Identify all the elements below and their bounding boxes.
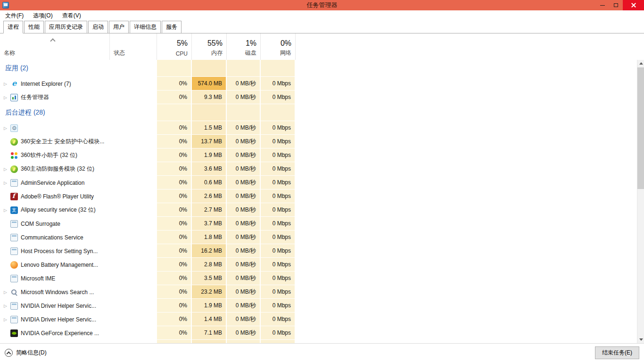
end-task-button[interactable]: 结束任务(E): [595, 346, 639, 359]
disk-cell: [227, 60, 261, 77]
process-row[interactable]: ▷AdminService Application0%0.6 MB0 MB/秒0…: [0, 176, 296, 189]
geforce-icon: [10, 343, 18, 344]
vertical-scrollbar[interactable]: [637, 60, 644, 343]
disk-cell: 0 MB/秒: [227, 189, 261, 203]
memory-cell: 1.5 MB: [192, 121, 227, 135]
column-header-network-label: 网络: [280, 49, 291, 57]
status-cell: [110, 77, 157, 90]
scroll-up-button[interactable]: [637, 60, 644, 67]
disk-total-percent: 1%: [246, 39, 256, 48]
expand-arrow-icon[interactable]: ▷: [4, 81, 9, 87]
expand-arrow-icon[interactable]: ▷: [4, 166, 9, 172]
network-cell: 0 Mbps: [261, 77, 296, 90]
column-headers: 名称 状态 5% CPU 55% 内存 1% 磁盘 0% 网络: [0, 33, 644, 60]
process-row[interactable]: Lenovo Battery Management...0%2.8 MB0 MB…: [0, 258, 296, 272]
process-name: Microsoft IME: [21, 275, 55, 282]
tab-details[interactable]: 详细信息: [130, 21, 161, 33]
disk-cell: [227, 104, 261, 121]
memory-cell: 16.2 MB: [192, 244, 227, 258]
process-row[interactable]: ▷NVIDIA Driver Helper Servic...0%1.9 MB0…: [0, 299, 296, 313]
column-header-disk[interactable]: 1% 磁盘: [227, 33, 261, 60]
disk-cell: 0 MB/秒: [227, 272, 261, 285]
process-group-row[interactable]: 应用 (2): [0, 60, 296, 77]
close-button[interactable]: [623, 0, 644, 10]
process-row[interactable]: ▷任务管理器0%9.3 MB0 MB/秒0 Mbps: [0, 90, 296, 104]
tab-users[interactable]: 用户: [109, 21, 129, 33]
process-row[interactable]: COM Surrogate0%3.7 MB0 MB/秒0 Mbps: [0, 217, 296, 230]
expand-arrow-icon[interactable]: ▷: [4, 317, 9, 322]
status-cell: [110, 272, 157, 285]
maximize-button[interactable]: [609, 0, 623, 10]
cpu-cell: 0%: [157, 189, 192, 203]
name-cell: Communications Service: [0, 230, 110, 244]
expand-arrow-icon[interactable]: ▷: [4, 95, 9, 100]
tab-services[interactable]: 服务: [162, 21, 182, 33]
name-cell: ▷: [0, 121, 110, 135]
status-cell: [110, 340, 157, 343]
scroll-down-button[interactable]: [637, 336, 644, 343]
process-row[interactable]: Host Process for Setting Syn...0%16.2 MB…: [0, 244, 296, 258]
menu-view[interactable]: 查看(V): [60, 11, 83, 21]
status-cell: [110, 217, 157, 230]
expand-arrow-icon[interactable]: ▷: [4, 180, 9, 186]
expand-arrow-icon[interactable]: ▷: [4, 289, 9, 295]
expand-arrow-icon[interactable]: ▷: [4, 207, 9, 213]
column-header-status[interactable]: 状态: [110, 33, 157, 60]
scrollbar-thumb[interactable]: [637, 67, 644, 189]
tab-startup[interactable]: 启动: [88, 21, 108, 33]
network-cell: 0 Mbps: [261, 285, 296, 299]
column-header-memory[interactable]: 55% 内存: [192, 33, 227, 60]
tab-processes[interactable]: 进程: [3, 21, 23, 33]
column-header-name[interactable]: 名称: [0, 33, 110, 60]
memory-cell: 1.4 MB: [192, 313, 227, 326]
titlebar[interactable]: 任务管理器: [0, 0, 644, 10]
expand-arrow-icon[interactable]: ▷: [4, 303, 9, 309]
process-row[interactable]: ▷NVIDIA Network Service (32...0%0.4 MB0 …: [0, 340, 296, 343]
minimize-icon: [600, 5, 605, 6]
tab-performance[interactable]: 性能: [24, 21, 44, 33]
column-header-network[interactable]: 0% 网络: [261, 33, 296, 60]
details-toggle[interactable]: 简略信息(D): [5, 349, 47, 357]
column-header-cpu[interactable]: 5% CPU: [157, 33, 192, 60]
expand-arrow-icon[interactable]: ▷: [4, 125, 9, 131]
process-row[interactable]: Adobe® Flash® Player Utility0%2.6 MB0 MB…: [0, 189, 296, 203]
cpu-cell: 0%: [157, 121, 192, 135]
name-cell: ▷任务管理器: [0, 90, 110, 104]
disk-cell: 0 MB/秒: [227, 313, 261, 326]
process-row[interactable]: Microsoft IME0%3.5 MB0 MB/秒0 Mbps: [0, 272, 296, 285]
alipay-icon: [10, 206, 18, 214]
process-row[interactable]: ▷NVIDIA Driver Helper Servic...0%1.4 MB0…: [0, 313, 296, 326]
footer-bar: 简略信息(D) 结束任务(E): [0, 343, 644, 362]
process-group-row[interactable]: 后台进程 (28): [0, 104, 296, 121]
memory-cell: 23.2 MB: [192, 285, 227, 299]
network-cell: 0 Mbps: [261, 135, 296, 148]
process-name: Internet Explorer (7): [21, 81, 71, 87]
menu-file[interactable]: 文件(F): [3, 11, 26, 21]
process-row[interactable]: 360安全卫士 安全防护中心模块...0%13.7 MB0 MB/秒0 Mbps: [0, 135, 296, 148]
group-name-cell: 应用 (2): [0, 60, 110, 77]
process-row[interactable]: ▷Alipay security service (32 位)0%2.7 MB0…: [0, 203, 296, 217]
maximize-icon: [614, 3, 618, 7]
process-row[interactable]: 360软件小助手 (32 位)0%1.9 MB0 MB/秒0 Mbps: [0, 148, 296, 162]
process-name: Communications Service: [21, 234, 83, 241]
app-window-icon: [10, 302, 18, 310]
process-row[interactable]: ▷Microsoft Windows Search ...0%23.2 MB0 …: [0, 285, 296, 299]
process-row[interactable]: ▷Internet Explorer (7)0%574.0 MB0 MB/秒0 …: [0, 77, 296, 90]
process-row[interactable]: ▷0%1.5 MB0 MB/秒0 Mbps: [0, 121, 296, 135]
process-row[interactable]: ▷360主动防御服务模块 (32 位)0%3.6 MB0 MB/秒0 Mbps: [0, 162, 296, 176]
tab-app-history[interactable]: 应用历史记录: [45, 21, 87, 33]
minimize-button[interactable]: [595, 0, 609, 10]
shield-360-icon: [10, 165, 18, 173]
process-name: NVIDIA GeForce Experience ...: [21, 330, 99, 337]
app-window-icon: [10, 179, 18, 187]
name-cell: Lenovo Battery Management...: [0, 258, 110, 272]
process-row[interactable]: Communications Service0%1.8 MB0 MB/秒0 Mb…: [0, 230, 296, 244]
menu-options[interactable]: 选项(O): [31, 11, 55, 21]
column-header-disk-label: 磁盘: [245, 49, 256, 57]
cpu-cell: 0%: [157, 162, 192, 176]
process-name: 任务管理器: [21, 93, 49, 101]
network-cell: [261, 60, 296, 77]
status-cell: [110, 176, 157, 189]
process-row[interactable]: NVIDIA GeForce Experience ...0%7.1 MB0 M…: [0, 326, 296, 340]
name-cell: ▷AdminService Application: [0, 176, 110, 189]
